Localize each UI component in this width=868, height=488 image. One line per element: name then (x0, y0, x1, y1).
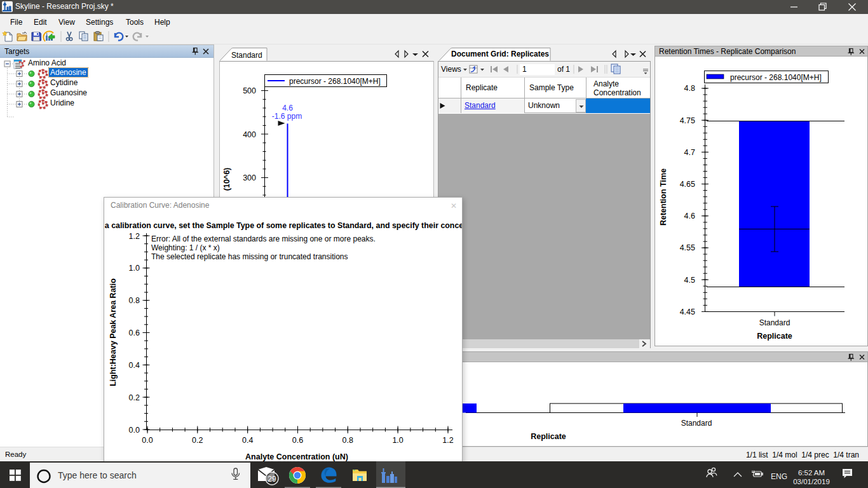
svg-text:Error: All of the external sta: Error: All of the external standards are… (151, 234, 376, 243)
svg-text:0.6: 0.6 (129, 329, 140, 337)
svg-text:The selected replicate has mis: The selected replicate has missing or tr… (151, 252, 348, 261)
svg-text:0.0: 0.0 (142, 436, 153, 445)
svg-text:4.65: 4.65 (680, 180, 695, 189)
svg-text:0.4: 0.4 (242, 436, 253, 445)
svg-text:Retention Time: Retention Time (659, 168, 668, 226)
svg-text:0.6: 0.6 (292, 436, 303, 445)
svg-text:ENG: ENG (771, 472, 787, 481)
svg-text:300: 300 (243, 173, 256, 182)
svg-text:4.45: 4.45 (680, 308, 695, 316)
svg-text:0.2: 0.2 (129, 393, 140, 402)
svg-text:1.0: 1.0 (129, 264, 140, 273)
svg-text:29: 29 (268, 475, 276, 484)
svg-text:0.2: 0.2 (192, 436, 203, 445)
svg-text:Light:Heavy Peak Area Ratio: Light:Heavy Peak Area Ratio (109, 278, 118, 386)
svg-text:Analyte Concentration (uN): Analyte Concentration (uN) (245, 452, 348, 461)
svg-text:4.6: 4.6 (282, 104, 293, 112)
svg-text:6:52 AM: 6:52 AM (798, 469, 825, 477)
svg-text:precursor - 268.1040[M+H]: precursor - 268.1040[M+H] (730, 73, 822, 82)
svg-text:4.55: 4.55 (680, 243, 695, 252)
svg-text:0.8: 0.8 (342, 436, 353, 445)
svg-text:Replicate: Replicate (757, 332, 792, 341)
svg-text:0.0: 0.0 (129, 426, 140, 435)
svg-text:1.2: 1.2 (129, 232, 140, 241)
svg-text:1: 1 (522, 65, 527, 74)
svg-text:-1.6 ppm: -1.6 ppm (272, 112, 302, 121)
svg-text:03/01/2019: 03/01/2019 (793, 478, 830, 485)
svg-text:Standard: Standard (759, 318, 790, 327)
svg-text:0.4: 0.4 (129, 361, 140, 370)
svg-text:4.6: 4.6 (684, 212, 695, 220)
svg-text:0.8: 0.8 (129, 296, 140, 305)
svg-text:4.8: 4.8 (684, 84, 695, 93)
svg-text:4.75: 4.75 (680, 116, 695, 125)
svg-text:of 1: of 1 (557, 65, 570, 74)
svg-text:500: 500 (243, 86, 256, 95)
svg-text:Weighting: 1 / (x * x): Weighting: 1 / (x * x) (151, 243, 220, 252)
svg-text:Standard: Standard (681, 419, 712, 428)
svg-text:Replicate: Replicate (531, 432, 566, 441)
svg-text:(10^6): (10^6) (222, 168, 231, 191)
svg-text:4.7: 4.7 (684, 148, 695, 157)
svg-text:precursor - 268.1040[M+H]: precursor - 268.1040[M+H] (289, 77, 381, 86)
svg-text:1.0: 1.0 (392, 436, 403, 445)
svg-text:4.5: 4.5 (684, 276, 695, 285)
svg-text:1.2: 1.2 (442, 436, 453, 445)
svg-text:400: 400 (243, 130, 256, 139)
